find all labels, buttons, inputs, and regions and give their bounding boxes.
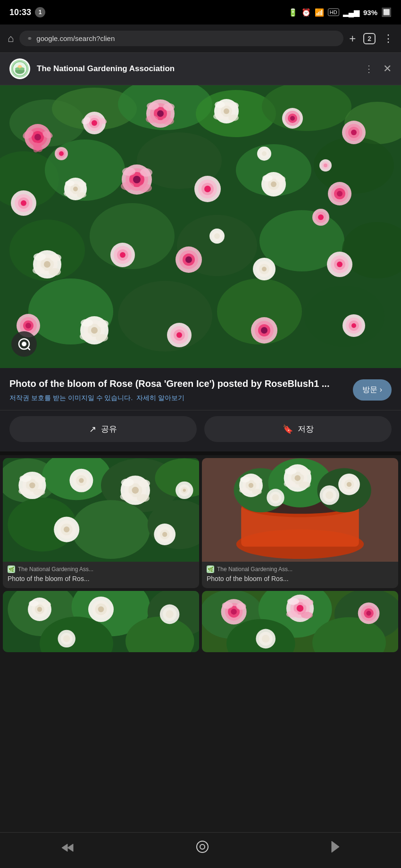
svg-point-54 bbox=[213, 113, 224, 120]
svg-point-277 bbox=[302, 599, 313, 606]
svg-point-23 bbox=[118, 281, 212, 352]
nav-back-button[interactable] bbox=[61, 841, 74, 856]
new-tab-button[interactable]: + bbox=[349, 32, 356, 45]
notification-close-button[interactable]: ✕ bbox=[383, 63, 392, 75]
battery-icon: 🔲 bbox=[381, 7, 392, 17]
svg-point-130 bbox=[81, 319, 93, 327]
svg-point-224 bbox=[285, 468, 297, 475]
svg-point-176 bbox=[19, 475, 31, 482]
svg-point-195 bbox=[64, 526, 69, 532]
url-security-icon: ⚭ bbox=[27, 35, 33, 42]
svg-point-248 bbox=[29, 600, 39, 606]
svg-point-227 bbox=[299, 482, 310, 489]
svg-point-179 bbox=[33, 489, 45, 496]
url-text: google.com/search?clien bbox=[36, 34, 115, 42]
action-row: ↗ 공유 🔖 저장 bbox=[0, 410, 401, 455]
partial-thumbnail-2[interactable] bbox=[202, 591, 398, 652]
svg-point-269 bbox=[231, 609, 236, 614]
main-image-bg bbox=[0, 85, 401, 368]
svg-point-145 bbox=[351, 323, 356, 328]
svg-point-148 bbox=[59, 151, 64, 156]
logo-inner bbox=[11, 60, 29, 78]
svg-line-163 bbox=[28, 348, 30, 350]
svg-point-52 bbox=[215, 101, 225, 108]
signal-icon: ▂▄▆ bbox=[343, 8, 359, 17]
more-options-button[interactable]: ⋮ bbox=[383, 33, 393, 45]
svg-point-93 bbox=[276, 176, 285, 182]
svg-point-259 bbox=[63, 635, 70, 642]
source-name-2: The National Gardening Ass... bbox=[217, 566, 292, 573]
svg-point-101 bbox=[44, 261, 50, 268]
visit-button[interactable]: 방문 › bbox=[353, 379, 392, 401]
browser-actions: + 2 ⋮ bbox=[349, 32, 393, 45]
svg-point-43 bbox=[157, 110, 164, 117]
svg-point-216 bbox=[240, 476, 250, 482]
svg-point-247 bbox=[37, 607, 42, 612]
status-left: 10:33 1 bbox=[9, 7, 45, 17]
thumbnail-grid: 🌿 The National Gardening Ass... Photo of… bbox=[0, 455, 401, 591]
partial-thumbnail-grid bbox=[0, 591, 401, 655]
battery-percent: 93% bbox=[363, 8, 377, 16]
svg-point-183 bbox=[79, 478, 84, 483]
svg-point-157 bbox=[214, 233, 220, 239]
svg-point-25 bbox=[304, 286, 384, 347]
svg-point-83 bbox=[139, 184, 152, 192]
wifi-icon: 📶 bbox=[315, 8, 324, 17]
thumbnail-info-2: 🌿 The National Gardening Ass... Photo of… bbox=[202, 562, 398, 588]
svg-point-290 bbox=[200, 844, 205, 849]
home-button[interactable]: ⌂ bbox=[8, 33, 14, 45]
svg-point-278 bbox=[286, 611, 298, 618]
svg-point-113 bbox=[185, 256, 192, 263]
thumbnail-item[interactable]: 🌿 The National Gardening Ass... Photo of… bbox=[3, 458, 199, 588]
svg-point-53 bbox=[229, 102, 239, 109]
svg-point-177 bbox=[35, 476, 46, 483]
svg-point-189 bbox=[138, 480, 150, 488]
partial-thumbnail-1[interactable] bbox=[3, 591, 199, 652]
svg-point-117 bbox=[262, 267, 267, 271]
save-label: 저장 bbox=[298, 424, 314, 434]
svg-point-190 bbox=[120, 493, 133, 501]
svg-point-188 bbox=[121, 478, 134, 486]
svg-point-137 bbox=[176, 332, 182, 338]
nav-home-button[interactable] bbox=[196, 840, 209, 857]
svg-point-47 bbox=[162, 117, 174, 125]
svg-point-203 bbox=[183, 489, 186, 491]
svg-point-74 bbox=[64, 191, 73, 197]
share-button[interactable]: ↗ 공유 bbox=[9, 416, 197, 442]
save-button[interactable]: 🔖 저장 bbox=[204, 416, 392, 442]
svg-marker-291 bbox=[332, 841, 339, 852]
google-lens-button[interactable] bbox=[11, 331, 37, 357]
thumbnail-item-2[interactable]: 🌿 The National Gardening Ass... Photo of… bbox=[202, 458, 398, 588]
svg-point-132 bbox=[80, 333, 92, 340]
svg-point-103 bbox=[50, 254, 61, 262]
svg-point-275 bbox=[297, 605, 304, 612]
svg-point-283 bbox=[366, 611, 371, 615]
status-right: 🔋 ⏰ 📶 HD ▂▄▆ 93% 🔲 bbox=[288, 7, 392, 17]
source-icon-2: 🌿 bbox=[207, 565, 214, 573]
svg-point-80 bbox=[122, 167, 135, 176]
time: 10:33 bbox=[9, 8, 31, 17]
svg-point-45 bbox=[163, 103, 175, 111]
svg-point-3 bbox=[15, 67, 20, 70]
svg-point-271 bbox=[236, 603, 246, 610]
url-bar[interactable]: ⚭ google.com/search?clien bbox=[19, 31, 343, 46]
svg-point-217 bbox=[253, 477, 262, 483]
tab-count[interactable]: 2 bbox=[363, 33, 376, 44]
notification-more-button[interactable]: ⋮ bbox=[364, 63, 374, 74]
thumbnail-image-1 bbox=[3, 458, 199, 562]
svg-point-191 bbox=[137, 494, 150, 502]
svg-point-75 bbox=[77, 192, 86, 198]
svg-point-59 bbox=[290, 116, 295, 121]
svg-point-256 bbox=[166, 610, 174, 618]
browser-bar: ⌂ ⚭ google.com/search?clien + 2 ⋮ bbox=[0, 25, 401, 53]
svg-point-46 bbox=[146, 115, 158, 123]
nav-forward-button[interactable] bbox=[331, 840, 340, 857]
bottom-navigation bbox=[0, 832, 401, 868]
thumbnail-info-1: 🌿 The National Gardening Ass... Photo of… bbox=[3, 562, 199, 588]
svg-point-55 bbox=[228, 115, 239, 121]
svg-marker-288 bbox=[67, 844, 73, 852]
svg-point-237 bbox=[326, 491, 334, 499]
svg-point-178 bbox=[18, 488, 30, 495]
learn-more-link[interactable]: 자세히 알아보기 bbox=[136, 394, 184, 401]
share-label: 공유 bbox=[101, 424, 117, 434]
